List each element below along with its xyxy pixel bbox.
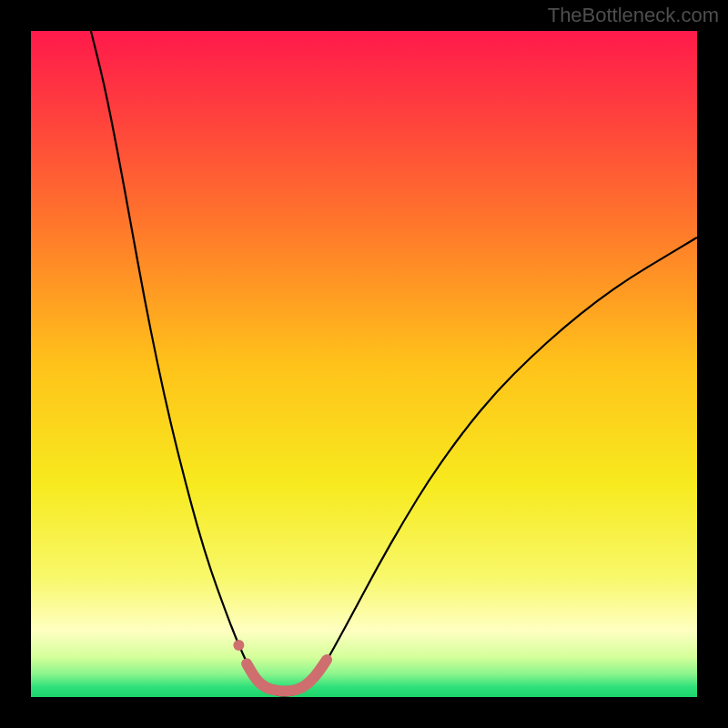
bottleneck-chart <box>31 31 697 697</box>
gradient-background <box>31 31 697 697</box>
chart-frame: TheBottleneck.com <box>0 0 728 728</box>
marker-layer <box>233 640 244 651</box>
watermark-text: TheBottleneck.com <box>548 4 719 27</box>
highlight-dot <box>233 640 244 651</box>
plot-area <box>31 31 697 697</box>
